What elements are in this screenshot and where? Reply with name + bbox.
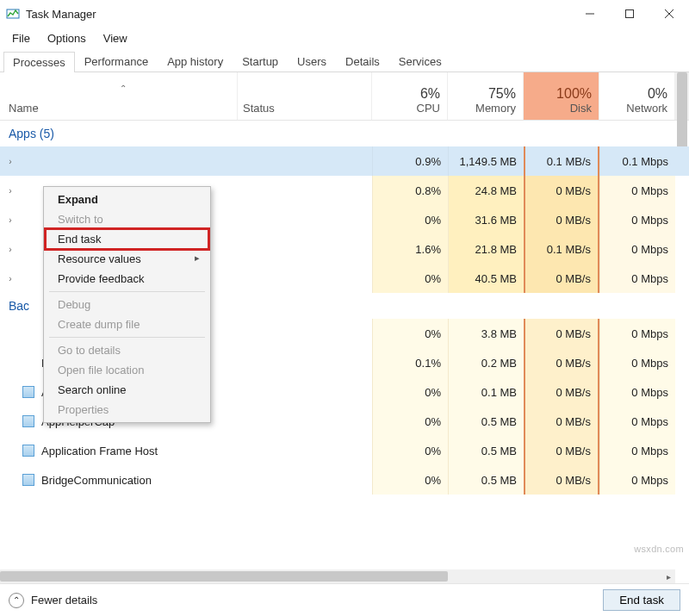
column-network[interactable]: 0% Network <box>599 72 675 120</box>
menu-separator <box>49 291 205 292</box>
minimize-button[interactable] <box>570 0 610 28</box>
window-title: Task Manager <box>26 8 96 21</box>
column-status-label: Status <box>243 102 275 115</box>
tab-users[interactable]: Users <box>288 51 336 72</box>
group-apps[interactable]: Apps (5) <box>0 121 689 146</box>
tab-services[interactable]: Services <box>389 51 451 72</box>
submenu-arrow-icon: ▸ <box>195 252 200 264</box>
column-disk-label: Disk <box>570 102 592 115</box>
cell-cpu: 0.8% <box>372 176 448 205</box>
column-disk[interactable]: 100% Disk <box>524 72 599 120</box>
cell-disk: 0 MB/s <box>524 176 599 205</box>
network-usage-percent: 0% <box>648 86 667 102</box>
column-cpu-label: CPU <box>417 102 440 115</box>
ctx-debug: Debug <box>46 295 208 314</box>
column-status[interactable]: Status <box>238 72 372 120</box>
process-icon <box>21 414 36 429</box>
menu-options[interactable]: Options <box>39 30 95 47</box>
column-headers: ⌃ Name Status 6% CPU 75% Memory 100% Dis… <box>0 72 689 121</box>
cell-cpu: 0% <box>372 264 448 293</box>
cell-mem: 0.5 MB <box>448 436 524 465</box>
cell-cpu: 0% <box>372 205 448 234</box>
vertical-scrollbar[interactable] <box>675 72 689 120</box>
memory-usage-percent: 75% <box>488 86 516 102</box>
cell-cpu: 0.1% <box>372 348 448 377</box>
maximize-button[interactable] <box>610 0 649 28</box>
process-icon <box>21 271 36 286</box>
table-row[interactable]: › 0.9% 1,149.5 MB 0.1 MB/s 0.1 Mbps <box>0 146 689 176</box>
ctx-expand[interactable]: Expand <box>46 190 208 209</box>
tab-processes[interactable]: Processes <box>3 52 75 72</box>
column-name[interactable]: ⌃ Name <box>0 72 238 120</box>
table-row[interactable]: ›Application Frame Host 0% 0.5 MB 0 MB/s… <box>0 436 689 465</box>
app-icon <box>5 6 21 22</box>
cell-mem: 0.2 MB <box>448 348 524 377</box>
ctx-properties: Properties <box>46 400 208 420</box>
process-icon <box>21 183 36 198</box>
svg-rect-2 <box>626 10 634 18</box>
expand-icon[interactable]: › <box>5 157 16 166</box>
expand-icon[interactable]: › <box>5 186 16 196</box>
column-cpu[interactable]: 6% CPU <box>372 72 448 120</box>
cell-net: 0.1 Mbps <box>599 146 675 176</box>
cell-disk: 0.1 MB/s <box>524 146 599 176</box>
ctx-resource-values[interactable]: Resource values▸ <box>46 249 208 269</box>
menu-bar: File Options View <box>0 28 689 48</box>
close-button[interactable] <box>649 0 689 28</box>
tab-startup[interactable]: Startup <box>233 51 288 72</box>
cell-mem: 24.8 MB <box>448 176 524 205</box>
scroll-right-icon[interactable]: ▸ <box>661 569 675 583</box>
cell-mem: 40.5 MB <box>448 264 524 293</box>
cell-mem: 0.1 MB <box>448 377 524 407</box>
cell-cpu: 1.6% <box>372 234 448 264</box>
fewer-details-button[interactable]: ⌃ Fewer details <box>9 593 97 608</box>
cell-mem: 0.5 MB <box>448 465 524 495</box>
table-row[interactable]: ›BridgeCommunication 0% 0.5 MB 0 MB/s 0 … <box>0 465 689 495</box>
process-icon <box>21 355 36 370</box>
cell-net: 0 Mbps <box>599 205 675 234</box>
cell-disk: 0 MB/s <box>524 377 599 407</box>
context-menu: Expand Switch to End task Resource value… <box>43 186 211 423</box>
menu-separator <box>49 337 205 338</box>
process-icon <box>21 326 36 341</box>
tab-performance[interactable]: Performance <box>75 51 158 72</box>
process-name: Application Frame Host <box>41 445 158 457</box>
column-memory-label: Memory <box>475 102 516 115</box>
cpu-usage-percent: 6% <box>420 86 440 102</box>
cell-net: 0 Mbps <box>599 264 675 293</box>
expand-icon[interactable]: › <box>5 245 16 254</box>
chevron-up-icon: ⌃ <box>9 593 24 608</box>
process-icon <box>21 153 36 169</box>
horizontal-scrollbar[interactable]: ◂ ▸ <box>0 569 675 583</box>
ctx-search-online[interactable]: Search online <box>46 380 208 400</box>
disk-usage-percent: 100% <box>556 86 592 102</box>
cell-mem: 1,149.5 MB <box>448 146 524 176</box>
process-icon <box>21 384 36 400</box>
ctx-switch-to: Switch to <box>46 209 208 229</box>
cell-mem: 21.8 MB <box>448 234 524 264</box>
tab-app-history[interactable]: App history <box>158 51 233 72</box>
cell-disk: 0 MB/s <box>524 465 599 495</box>
process-icon <box>21 212 36 227</box>
fewer-details-label: Fewer details <box>31 594 97 607</box>
cell-cpu: 0.9% <box>372 146 448 176</box>
scrollbar-thumb[interactable] <box>0 571 448 582</box>
cell-disk: 0.1 MB/s <box>524 234 599 264</box>
ctx-provide-feedback[interactable]: Provide feedback <box>46 269 208 289</box>
menu-file[interactable]: File <box>3 30 39 47</box>
status-bar: ⌃ Fewer details End task <box>0 583 689 616</box>
ctx-end-task[interactable]: End task <box>46 229 208 249</box>
end-task-button[interactable]: End task <box>603 589 680 611</box>
expand-icon[interactable]: › <box>5 215 16 225</box>
cell-cpu: 0% <box>372 465 448 495</box>
column-memory[interactable]: 75% Memory <box>448 72 524 120</box>
expand-icon[interactable]: › <box>5 274 16 283</box>
process-icon <box>21 443 36 458</box>
tab-details[interactable]: Details <box>336 51 389 72</box>
menu-view[interactable]: View <box>95 30 136 47</box>
cell-mem: 3.8 MB <box>448 319 524 348</box>
ctx-create-dump: Create dump file <box>46 314 208 334</box>
cell-cpu: 0% <box>372 436 448 465</box>
cell-mem: 31.6 MB <box>448 205 524 234</box>
column-network-label: Network <box>626 102 667 115</box>
